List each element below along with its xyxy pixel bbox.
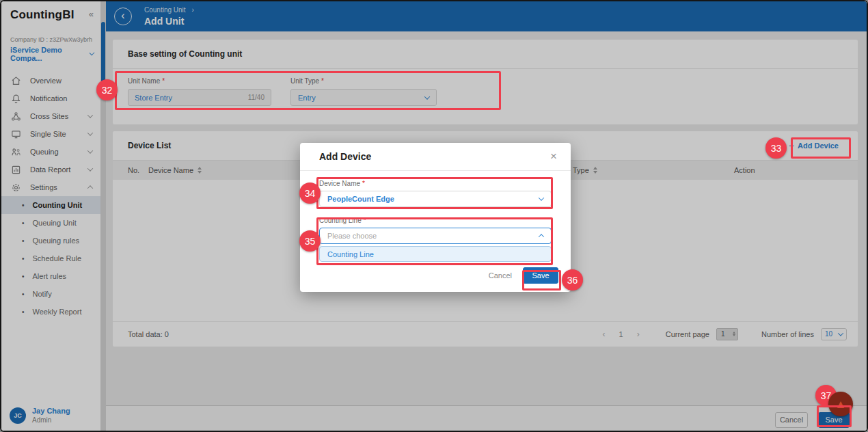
device-name-select[interactable]: PeopleCount Edge bbox=[319, 191, 552, 207]
counting-line-select[interactable]: Please choose bbox=[319, 228, 552, 244]
modal-save-button[interactable]: Save bbox=[523, 267, 558, 284]
counting-line-field: Counting Line* Please choose Counting Li… bbox=[319, 217, 552, 262]
app-screen: CountingBI « Company ID : z3ZPwXw3ybrh i… bbox=[0, 0, 868, 432]
device-name-value: PeopleCount Edge bbox=[327, 195, 394, 203]
add-device-modal: Add Device × Device Name* PeopleCount Ed… bbox=[300, 143, 571, 292]
required-asterisk: * bbox=[362, 180, 365, 187]
close-icon[interactable]: × bbox=[550, 150, 557, 163]
chevron-down-icon bbox=[539, 195, 544, 200]
modal-cancel-button[interactable]: Cancel bbox=[489, 271, 512, 280]
counting-line-option[interactable]: Counting Line bbox=[319, 246, 552, 262]
counting-line-label: Counting Line bbox=[319, 217, 362, 224]
device-name-label: Device Name bbox=[319, 180, 360, 187]
modal-title: Add Device bbox=[319, 151, 371, 162]
counting-line-placeholder: Please choose bbox=[327, 232, 377, 240]
required-asterisk: * bbox=[364, 217, 366, 224]
chevron-up-icon bbox=[539, 234, 544, 239]
device-name-field: Device Name* PeopleCount Edge bbox=[319, 180, 552, 207]
